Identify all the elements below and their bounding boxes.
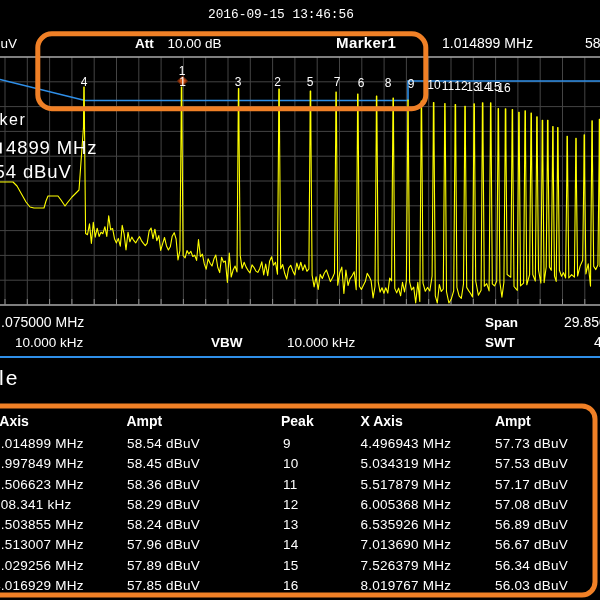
svg-text:58.24 dBuV: 58.24 dBuV: [127, 517, 200, 532]
svg-text:le: le: [0, 366, 19, 389]
svg-text:7: 7: [334, 75, 341, 89]
svg-text:6: 6: [358, 76, 365, 90]
svg-text:3: 3: [235, 75, 242, 89]
svg-text:Peak: Peak: [281, 413, 314, 429]
svg-text:1: 1: [179, 75, 186, 89]
svg-text:1.997849 MHz: 1.997849 MHz: [0, 456, 84, 471]
svg-text:57.17 dBuV: 57.17 dBuV: [495, 477, 568, 492]
svg-text:58.29 dBuV: 58.29 dBuV: [127, 497, 200, 512]
svg-text:11: 11: [442, 79, 455, 93]
svg-text:10.000 kHz: 10.000 kHz: [15, 335, 84, 350]
svg-text:10.000 kHz: 10.000 kHz: [287, 335, 356, 350]
svg-text:5.034319 MHz: 5.034319 MHz: [361, 456, 452, 471]
svg-text:1.014899 MHz: 1.014899 MHz: [0, 436, 84, 451]
svg-text:14: 14: [283, 537, 299, 552]
svg-text:54 dBuV: 54 dBuV: [0, 161, 72, 182]
svg-text:40.0: 40.0: [594, 334, 600, 350]
svg-text:57.08 dBuV: 57.08 dBuV: [495, 497, 568, 512]
svg-text:508.341 kHz: 508.341 kHz: [0, 497, 72, 512]
svg-text:Ampt: Ampt: [127, 413, 163, 429]
svg-text:57.96 dBuV: 57.96 dBuV: [127, 537, 200, 552]
svg-text:16: 16: [497, 81, 511, 95]
svg-text:58.36 dBuV: 58.36 dBuV: [127, 477, 200, 492]
svg-text:4.496943 MHz: 4.496943 MHz: [361, 436, 452, 451]
svg-text:56.89 dBuV: 56.89 dBuV: [495, 517, 568, 532]
svg-text:4: 4: [81, 75, 88, 89]
svg-text:10: 10: [427, 78, 441, 92]
svg-text:29.850: 29.850: [564, 314, 600, 330]
svg-text:56.34 dBuV: 56.34 dBuV: [495, 558, 568, 573]
svg-text:2016-09-15 13:46:56: 2016-09-15 13:46:56: [208, 7, 354, 22]
svg-text:9: 9: [408, 77, 415, 91]
svg-text:Span: Span: [485, 315, 518, 330]
svg-text:2: 2: [274, 75, 281, 89]
svg-text:56.67 dBuV: 56.67 dBuV: [495, 537, 568, 552]
svg-text:1.506623 MHz: 1.506623 MHz: [0, 477, 84, 492]
svg-text:X Axis: X Axis: [0, 413, 29, 429]
svg-text:7.526379 MHz: 7.526379 MHz: [361, 558, 452, 573]
svg-text:7.013690 MHz: 7.013690 MHz: [361, 537, 452, 552]
svg-text:4.016929 MHz: 4.016929 MHz: [0, 578, 84, 593]
svg-text:58.54 dBuV: 58.54 dBuV: [127, 436, 200, 451]
svg-text:57.73 dBuV: 57.73 dBuV: [495, 436, 568, 451]
svg-text:11: 11: [283, 477, 298, 492]
svg-text:8.019767 MHz: 8.019767 MHz: [361, 578, 452, 593]
svg-text:13: 13: [283, 517, 299, 532]
svg-text:uV: uV: [1, 36, 18, 51]
svg-text:3.029256 MHz: 3.029256 MHz: [0, 558, 84, 573]
svg-text:Marker1: Marker1: [336, 34, 396, 51]
svg-text:6.005368 MHz: 6.005368 MHz: [361, 497, 452, 512]
svg-text:8: 8: [385, 76, 392, 90]
svg-text:4899 MHz: 4899 MHz: [6, 137, 98, 158]
svg-text:Att: Att: [135, 36, 154, 51]
svg-text:VBW: VBW: [211, 335, 243, 350]
svg-text:57.53 dBuV: 57.53 dBuV: [495, 456, 568, 471]
svg-text:16: 16: [283, 578, 299, 593]
svg-text:6.535926 MHz: 6.535926 MHz: [361, 517, 452, 532]
svg-text:1.014899 MHz: 1.014899 MHz: [442, 35, 533, 51]
svg-text:10.00 dB: 10.00 dB: [168, 36, 222, 51]
svg-text:Ampt: Ampt: [495, 413, 531, 429]
svg-text:56.03 dBuV: 56.03 dBuV: [495, 578, 568, 593]
svg-text:SWT: SWT: [485, 335, 516, 350]
svg-text:2.503855 MHz: 2.503855 MHz: [0, 517, 84, 532]
svg-text:58.45 dBuV: 58.45 dBuV: [127, 456, 200, 471]
svg-text:15: 15: [283, 558, 299, 573]
svg-text:57.89 dBuV: 57.89 dBuV: [127, 558, 200, 573]
svg-text:10: 10: [283, 456, 299, 471]
svg-text:3.513007 MHz: 3.513007 MHz: [0, 537, 84, 552]
svg-text:X Axis: X Axis: [361, 413, 403, 429]
svg-text:12: 12: [283, 497, 299, 512]
svg-text:58.54 dBuV: 58.54 dBuV: [585, 35, 600, 51]
svg-text:.075000 MHz: .075000 MHz: [1, 314, 84, 330]
svg-text:9: 9: [283, 436, 291, 451]
svg-text:5.517879 MHz: 5.517879 MHz: [361, 477, 452, 492]
svg-text:ker: ker: [0, 111, 27, 128]
svg-text:5: 5: [307, 75, 314, 89]
svg-text:57.85 dBuV: 57.85 dBuV: [127, 578, 200, 593]
